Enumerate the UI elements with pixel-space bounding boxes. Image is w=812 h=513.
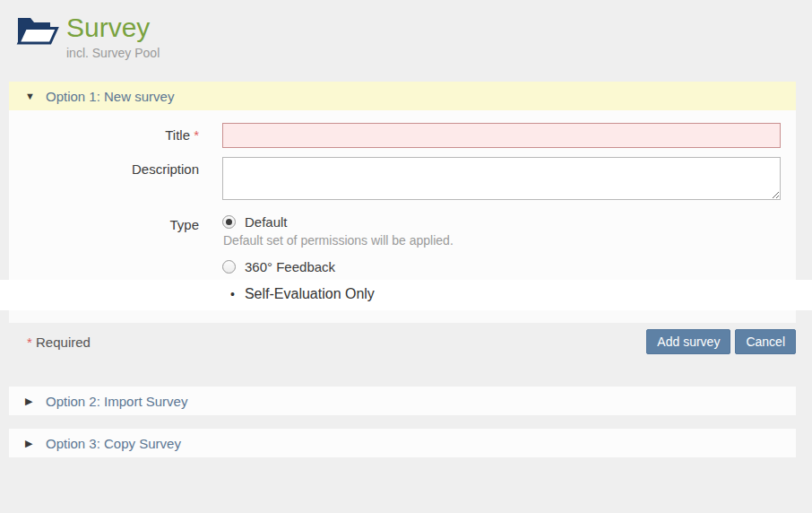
radio-selected-icon[interactable]	[222, 215, 236, 229]
description-label: Description	[9, 157, 211, 177]
page-subtitle: incl. Survey Pool	[66, 46, 160, 60]
description-textarea[interactable]	[222, 157, 781, 200]
radio-unselected-icon[interactable]	[222, 260, 236, 274]
open-folder-icon	[16, 13, 59, 48]
required-asterisk: *	[27, 335, 32, 350]
self-evaluation-only-item[interactable]: • Self-Evaluation Only	[0, 280, 812, 310]
title-row: Title *	[9, 123, 796, 148]
title-label: Title *	[9, 123, 211, 143]
description-field-wrap	[222, 157, 781, 204]
radio-default-label: Default	[245, 214, 288, 230]
title-input[interactable]	[222, 123, 781, 148]
button-group: Add survey Cancel	[646, 329, 796, 354]
header-text: Survey incl. Survey Pool	[66, 13, 160, 60]
type-row: Type Default Default set of permissions …	[9, 213, 796, 280]
required-note: * Required	[27, 335, 91, 350]
title-field-wrap	[222, 123, 781, 148]
accordion-option3-label: Option 3: Copy Survey	[46, 436, 181, 451]
triangle-right-icon: ▶	[25, 439, 38, 448]
default-helper-text: Default set of permissions will be appli…	[223, 233, 781, 248]
required-asterisk: *	[194, 127, 199, 143]
radio-option-360-feedback[interactable]: 360° Feedback	[222, 259, 781, 274]
description-row: Description	[9, 157, 796, 204]
accordion-option2-import-survey[interactable]: ▶ Option 2: Import Survey	[9, 387, 796, 415]
type-label: Type	[9, 213, 211, 232]
bullet-icon: •	[230, 287, 235, 301]
add-survey-button[interactable]: Add survey	[646, 329, 730, 354]
type-options: Default Default set of permissions will …	[222, 214, 781, 280]
self-evaluation-only-label: Self-Evaluation Only	[245, 286, 375, 302]
accordion-option1-label: Option 1: New survey	[46, 89, 174, 104]
accordion-option3-copy-survey[interactable]: ▶ Option 3: Copy Survey	[9, 429, 796, 457]
new-survey-form: Title * Description Type Default Default…	[9, 110, 796, 310]
survey-page: Survey incl. Survey Pool ▼ Option 1: New…	[0, 0, 812, 513]
accordion-option1-new-survey[interactable]: ▼ Option 1: New survey	[9, 82, 796, 110]
radio-360-feedback-label: 360° Feedback	[245, 259, 335, 274]
radio-option-default[interactable]: Default	[222, 214, 781, 230]
panel-footer-strip	[9, 310, 796, 323]
form-actions-row: * Required Add survey Cancel	[9, 329, 796, 354]
cancel-button[interactable]: Cancel	[735, 329, 796, 354]
page-title: Survey	[66, 13, 160, 43]
page-header: Survey incl. Survey Pool	[0, 0, 812, 60]
accordion-option2-label: Option 2: Import Survey	[46, 394, 187, 409]
triangle-down-icon: ▼	[25, 91, 38, 101]
triangle-right-icon: ▶	[25, 396, 38, 406]
